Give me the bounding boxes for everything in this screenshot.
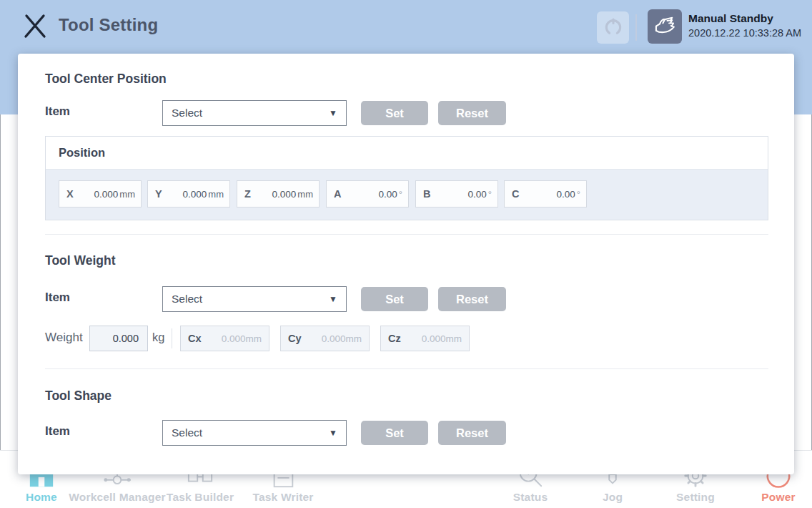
gripper-status-button[interactable] <box>597 11 629 44</box>
cog-field-cy[interactable]: Cy 0.000mm <box>280 326 370 351</box>
position-field-c[interactable]: C 0.00 ° <box>504 180 587 207</box>
manual-hand-icon <box>651 11 678 41</box>
page-title: Tool Setting <box>59 15 158 35</box>
position-field-y[interactable]: Y 0.000 mm <box>147 180 230 207</box>
tcp-item-select[interactable]: Select ▼ <box>162 100 347 126</box>
cog-field-cz[interactable]: Cz 0.000mm <box>380 326 470 351</box>
tcp-reset-button[interactable]: Reset <box>438 101 506 125</box>
section-title-tool-shape: Tool Shape <box>45 389 112 404</box>
position-field-a[interactable]: A 0.00 ° <box>326 180 409 207</box>
position-panel: Position X 0.000 mm Y 0.000 mm Z 0.000 m… <box>45 136 768 220</box>
position-panel-body: X 0.000 mm Y 0.000 mm Z 0.000 mm A 0.00 … <box>46 170 768 220</box>
manual-mode-button[interactable] <box>648 9 682 44</box>
robot-status: Manual Standby <box>688 12 773 25</box>
section-divider <box>45 234 768 235</box>
weight-item-select[interactable]: Select ▼ <box>162 286 347 312</box>
position-field-x[interactable]: X 0.000 mm <box>59 180 142 207</box>
shape-set-button[interactable]: Set <box>361 421 428 445</box>
cog-field-cx[interactable]: Cx 0.000mm <box>180 326 269 351</box>
weight-reset-button[interactable]: Reset <box>438 287 506 311</box>
tcp-select-value: Select <box>172 107 329 119</box>
position-panel-title: Position <box>46 137 768 170</box>
chevron-down-icon: ▼ <box>329 108 337 118</box>
section-title-tool-center-position: Tool Center Position <box>45 72 167 87</box>
tool-setting-modal: Tool Center Position Item Select ▼ Set R… <box>18 54 794 474</box>
chevron-down-icon: ▼ <box>329 294 337 304</box>
close-button[interactable] <box>21 12 49 39</box>
status-datetime: 2020.12.22 10:33:28 AM <box>688 27 801 39</box>
tcp-item-label: Item <box>45 104 70 119</box>
weight-set-button[interactable]: Set <box>361 287 428 311</box>
close-icon <box>21 29 49 41</box>
position-field-b[interactable]: B 0.00 ° <box>415 180 498 207</box>
header-divider <box>635 14 637 41</box>
shape-item-select[interactable]: Select ▼ <box>162 420 347 446</box>
shape-item-label: Item <box>45 424 70 439</box>
shape-select-value: Select <box>172 426 329 439</box>
section-divider <box>45 368 768 369</box>
gripper-icon <box>601 14 625 41</box>
nav-label: Task Writer <box>226 491 340 504</box>
tcp-set-button[interactable]: Set <box>361 101 428 125</box>
chevron-down-icon: ▼ <box>329 428 337 438</box>
weight-item-label: Item <box>45 290 70 305</box>
nav-label: Power <box>721 491 812 504</box>
position-field-z[interactable]: Z 0.000 mm <box>237 180 320 207</box>
weight-input[interactable]: 0.000 <box>89 326 148 351</box>
vertical-divider <box>172 328 172 348</box>
weight-unit: kg <box>152 331 164 344</box>
shape-reset-button[interactable]: Reset <box>438 421 506 445</box>
weight-label: Weight <box>45 331 83 345</box>
section-title-tool-weight: Tool Weight <box>45 253 116 268</box>
weight-select-value: Select <box>172 293 329 306</box>
